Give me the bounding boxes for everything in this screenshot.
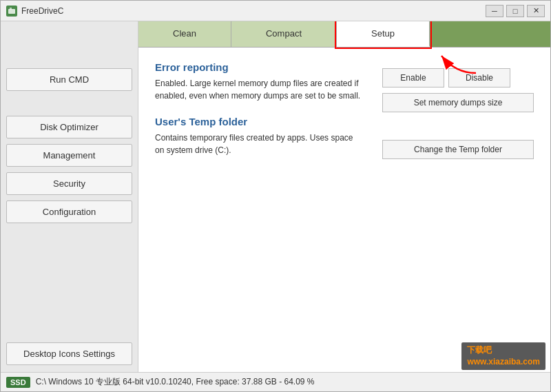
right-panel: Clean Compact Setup <box>138 21 550 372</box>
management-button[interactable]: Management <box>6 144 132 167</box>
svg-rect-1 <box>10 8 12 10</box>
title-bar: FreeDriveC ─ □ ✕ <box>1 1 550 21</box>
error-reporting-title: Error reporting <box>155 61 362 73</box>
content-area: Error reporting Enabled. Large kernel me… <box>138 48 550 372</box>
sidebar: Run CMD Disk Optimizer Management Securi… <box>1 21 138 372</box>
content-left: Error reporting Enabled. Large kernel me… <box>155 61 362 358</box>
desktop-icons-button[interactable]: Desktop Icons Settings <box>6 342 132 365</box>
disk-optimizer-button[interactable]: Disk Optimizer <box>6 116 132 138</box>
drive-info: C:\ Windows 10 专业版 64-bit v10.0.10240, F… <box>36 376 315 388</box>
maximize-button[interactable]: □ <box>506 5 524 17</box>
app-title: FreeDriveC <box>21 6 63 16</box>
app-icon <box>6 6 17 17</box>
change-temp-folder-button[interactable]: Change the Temp folder <box>382 140 534 159</box>
security-button[interactable]: Security <box>6 172 132 195</box>
run-cmd-button[interactable]: Run CMD <box>6 68 132 91</box>
error-reporting-desc: Enabled. Large kernel memory dump files … <box>155 77 362 102</box>
configuration-button[interactable]: Configuration <box>6 200 132 223</box>
set-memory-dumps-button[interactable]: Set memory dumps size <box>382 93 534 112</box>
tab-setup[interactable]: Setup <box>337 21 430 47</box>
svg-rect-0 <box>8 9 15 14</box>
minimize-button[interactable]: ─ <box>486 5 503 17</box>
tab-setup-wrapper: Setup <box>337 21 430 47</box>
ssd-badge: SSD <box>6 377 30 388</box>
tab-compact[interactable]: Compact <box>231 21 337 47</box>
watermark: 下载吧www.xiazaiba.com <box>461 342 545 370</box>
content-right: Enable Disable Set memory dumps size Cha… <box>382 61 534 358</box>
temp-folder-title: User's Temp folder <box>155 116 362 127</box>
close-button[interactable]: ✕ <box>527 5 545 17</box>
tabs-bar: Clean Compact Setup <box>138 21 550 48</box>
window-controls: ─ □ ✕ <box>486 5 545 17</box>
temp-folder-desc: Contains temporary files created by apps… <box>155 132 362 156</box>
main-content: Run CMD Disk Optimizer Management Securi… <box>1 21 550 372</box>
arrow-indicator <box>435 49 483 79</box>
status-bar: SSD C:\ Windows 10 专业版 64-bit v10.0.1024… <box>1 372 550 391</box>
tab-clean[interactable]: Clean <box>138 21 231 47</box>
